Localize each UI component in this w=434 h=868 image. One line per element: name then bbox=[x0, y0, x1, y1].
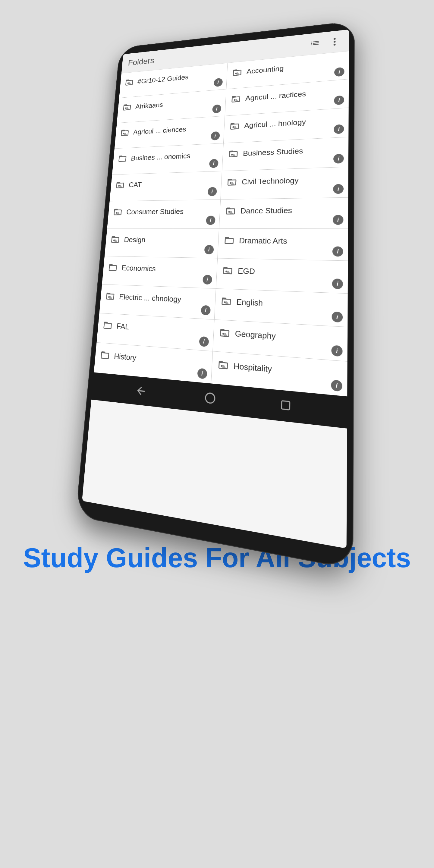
back-icon bbox=[135, 384, 147, 398]
info-icon-hospitality: i bbox=[331, 379, 342, 392]
info-button-dance-studies[interactable]: i bbox=[332, 214, 344, 225]
folder-top: EGD bbox=[221, 264, 342, 280]
info-icon-agricul-practices: i bbox=[334, 95, 344, 105]
folder-item-egd[interactable]: EGD i bbox=[216, 258, 348, 293]
folder-item-dance-studies[interactable]: Dance Studies i bbox=[219, 198, 348, 229]
info-icon-electric-technology: i bbox=[201, 305, 211, 315]
info-button-agricul-practices[interactable]: i bbox=[333, 95, 345, 106]
folder-top: Economics bbox=[107, 262, 212, 276]
info-icon-history: i bbox=[197, 368, 207, 379]
folder-name-hospitality: Hospitality bbox=[233, 361, 341, 380]
info-icon-business-economics: i bbox=[209, 159, 218, 168]
svg-point-4 bbox=[235, 73, 237, 74]
home-button[interactable] bbox=[200, 387, 220, 409]
info-button-hospitality[interactable]: i bbox=[330, 379, 343, 393]
folder-name-dance-studies: Dance Studies bbox=[240, 205, 343, 216]
info-button-afrikaans[interactable]: i bbox=[211, 104, 222, 114]
folder-item-dramatic-arts[interactable]: Dramatic Arts i bbox=[218, 229, 348, 261]
folder-icon-business-studies bbox=[227, 148, 239, 159]
info-button-civil-technology[interactable]: i bbox=[333, 183, 344, 194]
info-icon-afrikaans: i bbox=[212, 104, 221, 113]
info-button-economics[interactable]: i bbox=[202, 274, 213, 285]
folder-name-electric-technology: Electric ... chnology bbox=[119, 292, 210, 305]
folder-icon-history bbox=[99, 349, 111, 362]
svg-point-17 bbox=[224, 301, 225, 303]
svg-point-20 bbox=[205, 393, 215, 404]
info-button-fal[interactable]: i bbox=[198, 336, 210, 347]
recents-button[interactable] bbox=[275, 395, 296, 417]
folder-top: Busines ... onomics bbox=[117, 149, 218, 164]
info-button-egd[interactable]: i bbox=[331, 278, 344, 290]
info-button-geography[interactable]: i bbox=[331, 344, 343, 358]
folder-top: Business Studies bbox=[227, 143, 343, 159]
info-icon-business-studies: i bbox=[333, 154, 344, 164]
folder-top: Dramatic Arts bbox=[223, 235, 342, 248]
info-icon-english: i bbox=[332, 311, 343, 322]
folder-top: Civil Technology bbox=[226, 173, 343, 188]
info-button-english[interactable]: i bbox=[331, 311, 343, 323]
info-button-history[interactable]: i bbox=[196, 367, 208, 380]
folder-top: Agricul ... ractices bbox=[230, 85, 344, 105]
svg-point-3 bbox=[127, 82, 129, 84]
info-icon-accounting: i bbox=[334, 67, 344, 77]
svg-point-10 bbox=[118, 185, 120, 187]
folder-name-fal: FAL bbox=[116, 321, 209, 337]
info-icon-fal: i bbox=[199, 336, 209, 347]
recents-icon bbox=[279, 398, 292, 413]
folder-item-design[interactable]: Design i bbox=[104, 228, 219, 258]
list-view-button[interactable] bbox=[308, 37, 322, 50]
folder-icon-fal bbox=[102, 319, 113, 332]
folder-name-economics: Economics bbox=[121, 264, 212, 275]
info-icon-economics: i bbox=[202, 275, 212, 284]
folder-item-consumer-studies[interactable]: Consumer Studies i bbox=[107, 199, 220, 228]
back-button[interactable] bbox=[132, 381, 150, 401]
svg-point-14 bbox=[113, 240, 115, 241]
folder-icon-english bbox=[220, 295, 232, 308]
folder-icon-agricul-practices bbox=[230, 93, 242, 105]
svg-point-0 bbox=[334, 38, 336, 40]
folder-item-cat[interactable]: CAT i bbox=[110, 171, 222, 201]
folder-item-economics[interactable]: Economics i bbox=[102, 256, 217, 288]
folder-name-dramatic-arts: Dramatic Arts bbox=[239, 236, 343, 246]
info-button-consumer-studies[interactable]: i bbox=[205, 215, 216, 225]
info-button-gr10-12-guides[interactable]: i bbox=[213, 78, 223, 88]
svg-point-8 bbox=[232, 126, 234, 128]
info-button-electric-technology[interactable]: i bbox=[200, 304, 211, 316]
info-icon-civil-technology: i bbox=[333, 184, 344, 194]
info-button-design[interactable]: i bbox=[204, 244, 215, 255]
more-options-button[interactable] bbox=[328, 35, 341, 48]
info-button-cat[interactable]: i bbox=[207, 186, 218, 196]
info-icon-cat: i bbox=[207, 187, 217, 196]
folder-top: Consumer Studies bbox=[112, 206, 215, 218]
folder-name-design: Design bbox=[124, 236, 214, 245]
info-button-accounting[interactable]: i bbox=[334, 66, 345, 77]
info-button-dramatic-arts[interactable]: i bbox=[332, 246, 344, 257]
info-button-agricul-sciences[interactable]: i bbox=[210, 131, 220, 141]
recents-icon bbox=[279, 398, 292, 412]
folder-icon-egd bbox=[221, 264, 234, 277]
folder-icon-geography bbox=[218, 326, 231, 339]
folder-item-civil-technology[interactable]: Civil Technology i bbox=[221, 167, 348, 199]
folder-name-egd: EGD bbox=[238, 266, 342, 278]
svg-point-12 bbox=[116, 212, 118, 213]
folder-top: Hospitality bbox=[217, 358, 342, 382]
folder-icon-business-economics bbox=[117, 153, 128, 164]
folder-top: CAT bbox=[115, 177, 217, 190]
svg-point-16 bbox=[108, 296, 110, 298]
folder-item-business-studies[interactable]: Business Studies i bbox=[222, 137, 349, 171]
folder-icon-hospitality bbox=[217, 358, 230, 372]
info-icon-dance-studies: i bbox=[333, 215, 344, 225]
folder-icon-cat bbox=[115, 180, 126, 190]
info-button-business-studies[interactable]: i bbox=[333, 153, 344, 164]
folder-icon-dance-studies bbox=[224, 205, 237, 217]
folder-name-english: English bbox=[236, 297, 342, 312]
folder-icon-agricul-sciences bbox=[119, 127, 130, 138]
folder-name-geography: Geography bbox=[235, 329, 342, 345]
info-button-business-economics[interactable]: i bbox=[208, 158, 219, 168]
svg-point-9 bbox=[231, 154, 233, 156]
folder-item-business-economics[interactable]: Busines ... onomics i bbox=[112, 144, 223, 175]
folder-name-gr10-12-guides: #Gr10-12 Guides bbox=[137, 70, 223, 86]
info-button-agricul-technology[interactable]: i bbox=[333, 124, 345, 135]
folder-name-afrikaans: Afrikaans bbox=[135, 96, 221, 111]
folder-name-business-studies: Business Studies bbox=[243, 145, 343, 158]
